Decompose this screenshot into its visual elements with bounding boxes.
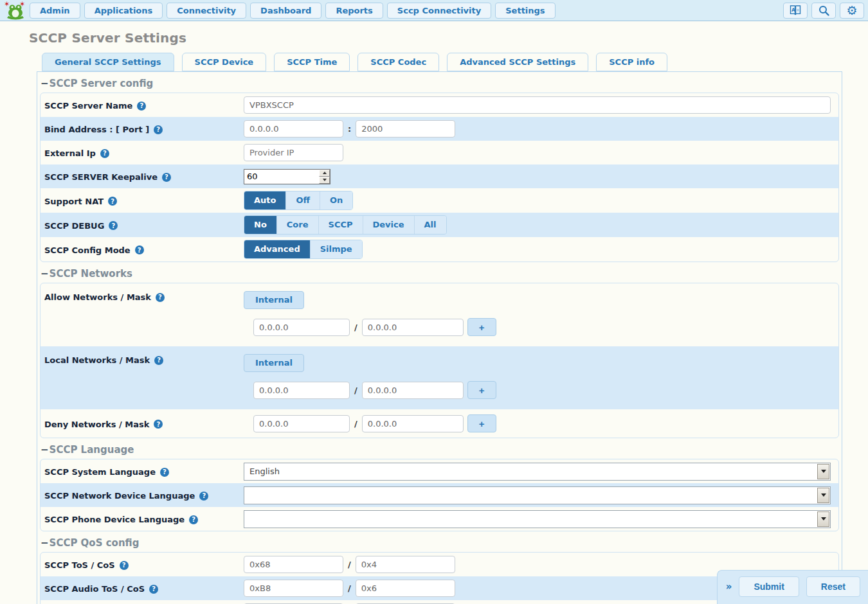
- row-network-device-language: SCCP Network Device Language ?: [41, 483, 838, 507]
- screen: ✶ ✶ Admin Applications Connectivity Dash…: [0, 0, 868, 604]
- field-label: SCCP Server Name ?: [44, 100, 244, 111]
- language-book-icon: A ⌗: [789, 4, 802, 16]
- mode-option-advanced[interactable]: Advanced: [244, 240, 310, 258]
- help-icon[interactable]: ?: [137, 102, 146, 111]
- dropdown-arrow-icon: [817, 511, 829, 527]
- audio-tos-input[interactable]: [244, 580, 343, 597]
- nat-option-on[interactable]: On: [320, 191, 352, 209]
- help-icon[interactable]: ?: [162, 173, 171, 182]
- help-icon[interactable]: ?: [149, 585, 158, 594]
- nav-admin[interactable]: Admin: [30, 3, 80, 19]
- nat-option-auto[interactable]: Auto: [244, 191, 285, 209]
- language-button[interactable]: A ⌗: [783, 3, 808, 19]
- debug-option-no[interactable]: No: [244, 216, 276, 234]
- nav-dashboard[interactable]: Dashboard: [250, 3, 321, 19]
- freepbx-frog-logo[interactable]: ✶ ✶: [4, 1, 27, 20]
- row-server-name: SCCP Server Name ?: [41, 93, 838, 117]
- field-label: Allow Networks / Mask ?: [44, 289, 244, 302]
- section-header-networks[interactable]: − SCCP Networks: [40, 262, 839, 283]
- keepalive-number-input[interactable]: 60: [244, 169, 330, 184]
- tab-sccp-device[interactable]: SCCP Device: [182, 53, 267, 71]
- row-support-nat: Support NAT ? Auto Off On: [41, 188, 838, 213]
- help-icon[interactable]: ?: [199, 492, 208, 501]
- help-icon[interactable]: ?: [109, 221, 118, 230]
- bind-address-input[interactable]: [244, 120, 343, 138]
- deny-add-button[interactable]: +: [467, 414, 496, 432]
- debug-option-device[interactable]: Device: [363, 216, 414, 234]
- section-server-config: SCCP Server Name ? Bind Address : [ Port…: [40, 93, 839, 262]
- help-icon[interactable]: ?: [100, 149, 109, 158]
- nav-settings[interactable]: Settings: [495, 3, 555, 19]
- bind-port-input[interactable]: [356, 120, 455, 138]
- local-network-input[interactable]: [253, 382, 350, 399]
- tos-input[interactable]: [244, 556, 343, 573]
- debug-option-sccp[interactable]: SCCP: [318, 216, 363, 234]
- system-language-select[interactable]: English: [244, 463, 831, 481]
- help-icon[interactable]: ?: [135, 245, 144, 254]
- nav-applications[interactable]: Applications: [84, 3, 163, 19]
- settings-gear-button[interactable]: ⚙: [840, 3, 864, 19]
- gear-icon: ⚙: [846, 4, 857, 17]
- help-icon[interactable]: ?: [108, 197, 117, 206]
- nav-reports[interactable]: Reports: [325, 3, 383, 19]
- deny-mask-input[interactable]: [362, 415, 464, 432]
- help-icon[interactable]: ?: [120, 561, 129, 570]
- allow-network-input[interactable]: [253, 319, 350, 336]
- section-header-qos[interactable]: − SCCP QoS config: [40, 531, 839, 552]
- tab-general-sccp-settings[interactable]: General SCCP Settings: [42, 53, 174, 71]
- allow-add-button[interactable]: +: [467, 318, 496, 336]
- local-internal-button[interactable]: Internal: [244, 354, 304, 372]
- tab-advanced-sccp-settings[interactable]: Advanced SCCP Settings: [447, 53, 588, 71]
- local-add-button[interactable]: +: [467, 381, 496, 399]
- cos-input[interactable]: [356, 556, 455, 573]
- nav-connectivity[interactable]: Connectivity: [167, 3, 246, 19]
- keepalive-value: 60: [244, 170, 319, 184]
- label-text: Deny Networks / Mask: [44, 420, 149, 429]
- local-mask-input[interactable]: [362, 382, 464, 399]
- mode-option-simple[interactable]: Silmpe: [310, 240, 362, 258]
- reset-button[interactable]: Reset: [806, 576, 860, 597]
- help-icon[interactable]: ?: [154, 420, 163, 429]
- help-icon[interactable]: ?: [154, 125, 163, 134]
- section-header-server-config[interactable]: − SCCP Server config: [40, 72, 839, 93]
- row-deny-networks: Deny Networks / Mask ? / +: [41, 409, 838, 438]
- tab-sccp-time[interactable]: SCCP Time: [274, 53, 350, 71]
- label-text: SCCP ToS / CoS: [44, 560, 115, 570]
- spin-down-button[interactable]: [319, 177, 330, 184]
- network-device-language-select[interactable]: [244, 486, 831, 504]
- nav-sccp-connectivity[interactable]: Sccp Connectivity: [387, 3, 491, 19]
- label-text: Bind Address : [ Port ]: [44, 125, 149, 134]
- field-label: SCCP Audio ToS / CoS ?: [44, 583, 244, 594]
- row-phone-device-language: SCCP Phone Device Language ?: [41, 507, 838, 531]
- submit-button[interactable]: Submit: [739, 576, 799, 597]
- svg-text:✶: ✶: [5, 1, 10, 8]
- tab-bar: General SCCP Settings SCCP Device SCCP T…: [42, 53, 868, 71]
- allow-internal-button[interactable]: Internal: [244, 291, 304, 309]
- spin-up-button[interactable]: [319, 170, 330, 177]
- deny-network-input[interactable]: [253, 415, 350, 432]
- collapse-toolbar-button[interactable]: »: [726, 581, 732, 592]
- debug-option-all[interactable]: All: [414, 216, 446, 234]
- section-title: SCCP QoS config: [50, 537, 140, 549]
- help-icon[interactable]: ?: [154, 356, 163, 365]
- phone-device-language-select[interactable]: [244, 510, 831, 528]
- tab-sccp-codec[interactable]: SCCP Codec: [357, 53, 439, 71]
- arrow-down-icon: [323, 179, 327, 181]
- help-icon[interactable]: ?: [189, 515, 198, 524]
- label-text: SCCP System Language: [44, 467, 156, 477]
- external-ip-input[interactable]: [244, 144, 343, 161]
- help-icon[interactable]: ?: [160, 468, 169, 477]
- audio-cos-input[interactable]: [356, 580, 455, 597]
- search-button[interactable]: [811, 3, 836, 19]
- debug-option-core[interactable]: Core: [276, 216, 318, 234]
- tab-sccp-info[interactable]: SCCP info: [596, 53, 667, 71]
- nat-option-off[interactable]: Off: [285, 191, 320, 209]
- arrow-up-icon: [323, 172, 327, 174]
- server-name-input[interactable]: [244, 96, 831, 114]
- section-header-language[interactable]: − SCCP Language: [40, 438, 839, 459]
- allow-mask-input[interactable]: [362, 319, 464, 336]
- row-allow-networks: Allow Networks / Mask ? Internal / +: [41, 283, 838, 346]
- selected-value: English: [244, 466, 817, 476]
- section-networks: Allow Networks / Mask ? Internal / + Loc…: [40, 283, 839, 438]
- help-icon[interactable]: ?: [156, 293, 165, 302]
